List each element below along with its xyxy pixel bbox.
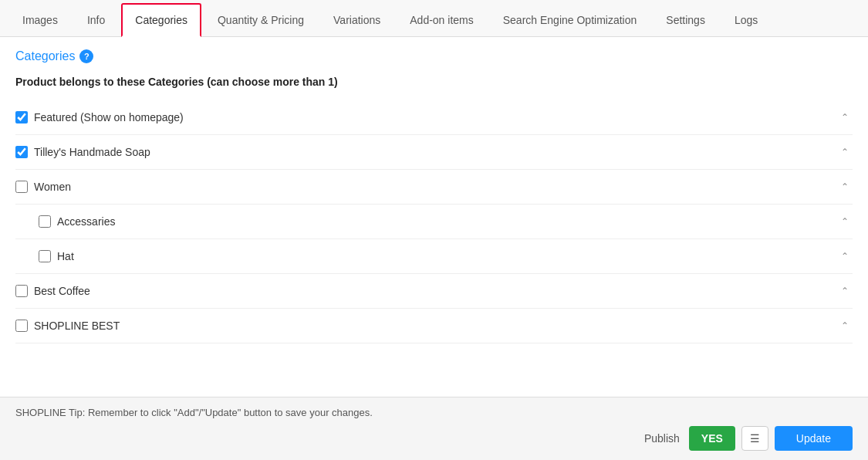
category-label-featured: Featured (Show on homepage) <box>34 111 184 123</box>
checkbox-tilleys-handmade-soap[interactable] <box>15 146 28 158</box>
category-label-shopline-best: SHOPLINE BEST <box>34 320 120 332</box>
category-row-tilleys-handmade-soap: Tilley's Handmade Soap⌃ <box>15 135 853 170</box>
category-row-featured: Featured (Show on homepage)⌃ <box>15 100 853 135</box>
categories-list: Featured (Show on homepage)⌃Tilley's Han… <box>15 100 853 343</box>
category-row-women: Women⌃ <box>15 170 853 205</box>
category-row-hat: Hat⌃ <box>15 239 853 274</box>
category-label-tilleys-handmade-soap: Tilley's Handmade Soap <box>34 146 150 158</box>
help-icon[interactable]: ? <box>79 49 93 63</box>
category-left-hat: Hat <box>39 250 74 262</box>
category-row-best-coffee: Best Coffee⌃ <box>15 274 853 309</box>
chevron-up-icon-accessaries[interactable]: ⌃ <box>837 214 853 229</box>
checkbox-women[interactable] <box>15 181 28 193</box>
tab-addon-items[interactable]: Add-on items <box>397 4 486 36</box>
category-left-women: Women <box>15 181 71 193</box>
checkbox-best-coffee[interactable] <box>15 285 28 297</box>
category-left-shopline-best: SHOPLINE BEST <box>15 320 120 332</box>
checkbox-featured[interactable] <box>15 111 28 123</box>
chevron-up-icon-featured[interactable]: ⌃ <box>837 110 853 125</box>
category-row-shopline-best: SHOPLINE BEST⌃ <box>15 309 853 343</box>
category-left-accessaries: Accessaries <box>39 215 115 228</box>
section-title-row: Categories ? <box>15 49 853 63</box>
tab-quantity-pricing[interactable]: Quantity & Pricing <box>204 4 317 36</box>
chevron-up-icon-tilleys-handmade-soap[interactable]: ⌃ <box>837 144 853 160</box>
page-content: Categories ? Product belongs to these Ca… <box>0 37 868 356</box>
tab-variations[interactable]: Variations <box>320 4 393 36</box>
tab-bar: ImagesInfoCategoriesQuantity & PricingVa… <box>0 0 868 37</box>
tab-info[interactable]: Info <box>74 4 118 36</box>
tab-categories[interactable]: Categories <box>121 3 201 37</box>
chevron-up-icon-women[interactable]: ⌃ <box>837 179 853 194</box>
category-left-featured: Featured (Show on homepage) <box>15 111 184 123</box>
checkbox-hat[interactable] <box>39 250 51 262</box>
checkbox-shopline-best[interactable] <box>15 320 28 332</box>
category-label-hat: Hat <box>57 250 74 262</box>
categories-section-title: Categories <box>15 49 75 63</box>
category-label-women: Women <box>34 181 71 193</box>
tab-seo[interactable]: Search Engine Optimization <box>490 4 650 36</box>
chevron-up-icon-hat[interactable]: ⌃ <box>837 249 853 264</box>
instruction-text: Product belongs to these Categories (can… <box>15 76 853 88</box>
tab-images[interactable]: Images <box>9 4 71 36</box>
category-left-tilleys-handmade-soap: Tilley's Handmade Soap <box>15 146 150 158</box>
category-left-best-coffee: Best Coffee <box>15 285 90 297</box>
tab-settings[interactable]: Settings <box>653 4 718 36</box>
chevron-up-icon-best-coffee[interactable]: ⌃ <box>837 283 853 299</box>
checkbox-accessaries[interactable] <box>39 215 51 228</box>
category-label-accessaries: Accessaries <box>57 215 115 228</box>
category-label-best-coffee: Best Coffee <box>34 285 90 297</box>
chevron-up-icon-shopline-best[interactable]: ⌃ <box>837 318 853 333</box>
category-row-accessaries: Accessaries⌃ <box>15 205 853 239</box>
tab-logs[interactable]: Logs <box>721 4 771 36</box>
